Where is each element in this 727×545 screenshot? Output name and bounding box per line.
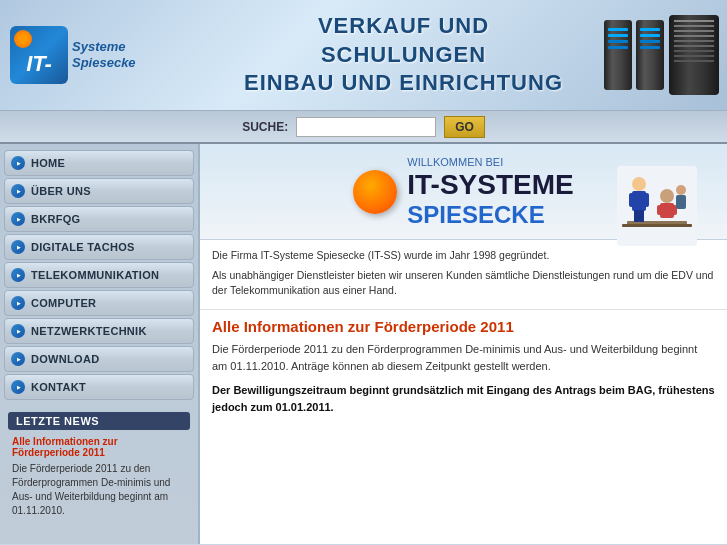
logo-badge: IT-: [10, 26, 68, 84]
business-people-illustration: [617, 166, 697, 246]
news-section: LETZTE NEWS Alle Informationen zur Förde…: [0, 402, 198, 526]
welcome-title: IT-SYSTEME: [407, 170, 573, 201]
searchbar: SUCHE: GO: [0, 110, 727, 144]
news-content: Alle Informationen zur Förderperiode 201…: [200, 310, 727, 423]
nav-arrow-icon: [11, 184, 25, 198]
welcome-badge: [353, 170, 397, 214]
logo-area: IT- Systeme Spiesecke: [0, 18, 220, 92]
svg-rect-6: [644, 193, 649, 207]
nav-item-label: HOME: [31, 157, 65, 169]
server-tower-1: [604, 20, 632, 90]
main-layout: HOMEÜBER UNSBKrFQGDIGITALE TACHOSTELEKOM…: [0, 144, 727, 544]
logo-text-block: Systeme Spiesecke: [72, 39, 136, 70]
nav-arrow-icon: [11, 380, 25, 394]
news-main-body: Die Förderperiode 2011 zu den Förderprog…: [212, 341, 715, 374]
nav-item-label: COMPUTER: [31, 297, 96, 309]
server-image: [567, 5, 727, 105]
svg-point-3: [632, 177, 646, 191]
nav-item-label: DIGITALE TACHOS: [31, 241, 135, 253]
news-main-title: Alle Informationen zur Förderperiode 201…: [212, 318, 715, 335]
sidebar-item-download[interactable]: DOWNLOAD: [4, 346, 194, 372]
tagline-line1: VERKAUF UND SCHULUNGEN: [318, 13, 489, 67]
nav-arrow-icon: [11, 156, 25, 170]
logo-systeme: Systeme: [72, 39, 136, 55]
nav-arrow-icon: [11, 296, 25, 310]
svg-rect-11: [657, 205, 662, 215]
sidebar-item-home[interactable]: HOME: [4, 150, 194, 176]
news-main-bold: Der Bewilligungszeitraum beginnt grundsä…: [212, 382, 715, 415]
sidebar-item-bkrfqg[interactable]: BKrFQG: [4, 206, 194, 232]
nav-arrow-icon: [11, 352, 25, 366]
nav-item-label: ÜBER UNS: [31, 185, 91, 197]
content-area: WILLKOMMEN BEI IT-SYSTEME SPIESECKE: [198, 144, 727, 544]
logo-text: IT-: [26, 53, 52, 75]
welcome-text-block: WILLKOMMEN BEI IT-SYSTEME SPIESECKE: [407, 156, 573, 229]
nav-arrow-icon: [11, 240, 25, 254]
header: IT- Systeme Spiesecke VERKAUF UND SCHULU…: [0, 0, 727, 110]
svg-rect-2: [622, 224, 692, 227]
svg-rect-10: [660, 203, 674, 218]
welcome-banner: WILLKOMMEN BEI IT-SYSTEME SPIESECKE: [200, 144, 727, 240]
sidebar-news-text: Die Förderperiode 2011 zu den Förderprog…: [4, 460, 194, 520]
header-title: VERKAUF UND SCHULUNGEN EINBAU UND EINRIC…: [220, 12, 567, 98]
sidebar-item-digitale-tachos[interactable]: DIGITALE TACHOS: [4, 234, 194, 260]
nav-arrow-icon: [11, 324, 25, 338]
search-go-button[interactable]: GO: [444, 116, 485, 138]
tagline: VERKAUF UND SCHULUNGEN EINBAU UND EINRIC…: [240, 12, 567, 98]
welcome-subtitle: SPIESECKE: [407, 201, 573, 229]
welcome-small: WILLKOMMEN BEI: [407, 156, 573, 168]
logo-spiesecke: Spiesecke: [72, 55, 136, 71]
sidebar-item-telekommunikation[interactable]: TELEKOMMUNIKATION: [4, 262, 194, 288]
search-label: SUCHE:: [242, 120, 288, 134]
nav-item-label: TELEKOMMUNIKATION: [31, 269, 159, 281]
svg-rect-14: [676, 195, 686, 209]
intro-para2: Als unabhängiger Dienstleister bieten wi…: [212, 268, 715, 300]
intro-para1: Die Firma IT-Systeme Spiesecke (IT-SS) w…: [212, 248, 715, 264]
nav-item-label: DOWNLOAD: [31, 353, 99, 365]
nav-arrow-icon: [11, 268, 25, 282]
nav-menu: HOMEÜBER UNSBKrFQGDIGITALE TACHOSTELEKOM…: [0, 150, 198, 400]
sidebar-news-link[interactable]: Alle Informationen zur Förderperiode 201…: [4, 434, 194, 460]
nav-item-label: KONTAKT: [31, 381, 86, 393]
nav-item-label: BKrFQG: [31, 213, 80, 225]
server-tower-2: [636, 20, 664, 90]
sidebar-item-computer[interactable]: COMPUTER: [4, 290, 194, 316]
svg-rect-5: [629, 193, 634, 207]
sidebar-item-kontakt[interactable]: KONTAKT: [4, 374, 194, 400]
server-rack: [669, 15, 719, 95]
svg-rect-7: [634, 210, 639, 222]
nav-item-label: NETZWERKTECHNIK: [31, 325, 147, 337]
svg-rect-4: [632, 191, 646, 211]
intro-text: Die Firma IT-Systeme Spiesecke (IT-SS) w…: [200, 240, 727, 310]
svg-rect-8: [639, 210, 644, 222]
nav-arrow-icon: [11, 212, 25, 226]
sidebar: HOMEÜBER UNSBKrFQGDIGITALE TACHOSTELEKOM…: [0, 144, 198, 544]
tagline-line2: EINBAU UND EINRICHTUNG: [244, 70, 563, 95]
sidebar-item-ueber-uns[interactable]: ÜBER UNS: [4, 178, 194, 204]
svg-point-13: [676, 185, 686, 195]
svg-point-9: [660, 189, 674, 203]
sidebar-news-header: LETZTE NEWS: [8, 412, 190, 430]
sidebar-item-netzwerktechnik[interactable]: NETZWERKTECHNIK: [4, 318, 194, 344]
search-input[interactable]: [296, 117, 436, 137]
